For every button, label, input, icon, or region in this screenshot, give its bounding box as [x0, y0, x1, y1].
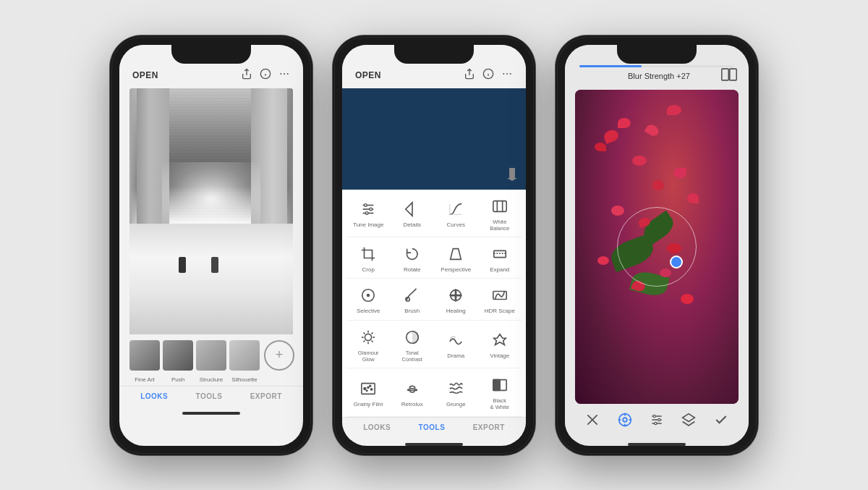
svg-point-50	[409, 386, 414, 389]
close-button-3[interactable]	[582, 410, 603, 430]
share-icon-2[interactable]	[464, 68, 475, 83]
thumb-3[interactable]	[196, 340, 226, 371]
svg-marker-20	[406, 203, 412, 216]
svg-point-46	[367, 386, 369, 388]
svg-line-39	[364, 333, 365, 334]
tool-label-selective: Selective	[357, 308, 380, 315]
tool-glamour-glow[interactable]: GlamourGlow	[346, 321, 391, 368]
thumb-1[interactable]	[129, 340, 160, 371]
svg-marker-26	[451, 248, 461, 259]
brush-icon	[402, 285, 422, 305]
thumb-label-1: Fine Art	[129, 376, 160, 383]
phone-3: Blur Strength +27	[556, 35, 758, 455]
notch-3	[617, 45, 697, 64]
tune-image-icon	[358, 199, 378, 219]
tool-rotate[interactable]: Rotate	[391, 237, 435, 279]
svg-point-45	[364, 387, 366, 389]
tool-perspective[interactable]: Perspective	[434, 237, 478, 279]
tab-looks-1[interactable]: LOOKS	[140, 392, 168, 400]
circle-overlay	[617, 207, 697, 287]
tool-details[interactable]: Details	[391, 190, 435, 237]
tab-tools-1[interactable]: TOOLS	[196, 392, 223, 400]
tab-looks-2[interactable]: LOOKS	[363, 423, 391, 431]
svg-point-72	[655, 422, 657, 424]
progress-bar	[579, 65, 734, 67]
notch-1	[171, 45, 251, 64]
thumb-labels: Fine Art Push Structure Silhouette	[119, 376, 303, 386]
phone2-main-image	[342, 88, 526, 190]
thumb-2[interactable]	[163, 340, 193, 371]
phone2-bottom-nav: LOOKS TOOLS EXPORT	[342, 417, 526, 440]
tool-healing[interactable]: Healing	[434, 279, 478, 321]
tool-grainy[interactable]: Grainy Film	[346, 368, 391, 416]
svg-point-47	[371, 388, 373, 389]
hdr-icon	[490, 285, 510, 305]
more-icon-2[interactable]	[501, 68, 513, 83]
progress-fill	[579, 65, 642, 67]
info-icon-2[interactable]	[482, 68, 494, 83]
tool-selective[interactable]: Selective	[346, 279, 391, 321]
tool-hdr[interactable]: HDR Scape	[478, 279, 522, 321]
wb-icon	[490, 196, 510, 216]
tab-export-2[interactable]: EXPORT	[473, 423, 505, 431]
tool-tonal[interactable]: TonalContrast	[391, 321, 435, 368]
svg-point-17	[365, 203, 367, 206]
open-button-1[interactable]: OPEN	[132, 70, 158, 80]
tool-white-balance[interactable]: WhiteBalance	[478, 190, 522, 237]
thumb-4[interactable]	[229, 340, 260, 371]
tab-export-1[interactable]: EXPORT	[250, 392, 282, 400]
tool-label-details: Details	[404, 221, 421, 229]
tool-label-hdr: HDR Scape	[485, 308, 515, 315]
compare-icon[interactable]	[721, 68, 737, 84]
open-button-2[interactable]: OPEN	[355, 70, 381, 80]
tool-drama[interactable]: Drama	[434, 321, 478, 368]
svg-point-70	[653, 415, 655, 417]
tool-expand[interactable]: Expand	[478, 237, 522, 279]
tool-label-grainy: Grainy Film	[354, 401, 383, 408]
layers-button-3[interactable]	[678, 410, 699, 430]
tool-label-drama: Drama	[447, 352, 464, 360]
add-look-button[interactable]: +	[264, 340, 294, 371]
tab-tools-2[interactable]: TOOLS	[419, 423, 446, 431]
svg-rect-12	[509, 168, 515, 178]
tool-label-glamour: GlamourGlow	[358, 350, 379, 363]
tool-label-curves: Curves	[447, 221, 465, 229]
confirm-button-3[interactable]	[711, 410, 731, 430]
circle-dot-handle[interactable]	[671, 257, 681, 267]
svg-point-53	[410, 390, 414, 392]
phone-1: OPEN	[110, 35, 312, 455]
tool-tune-image[interactable]: Tune Image	[346, 190, 391, 237]
home-indicator-1	[182, 412, 240, 415]
phone-2: OPEN	[333, 35, 535, 455]
svg-point-48	[367, 390, 367, 391]
svg-rect-55	[493, 380, 500, 391]
tools-grid: Tune Image Details	[342, 190, 526, 417]
thumb-label-4: Silhouette	[229, 376, 260, 383]
retrolux-icon	[402, 379, 422, 399]
phone3-bottom-tools	[565, 404, 749, 440]
tool-label-grunge: Grunge	[446, 401, 466, 408]
tool-label-vintage: Vintage	[490, 352, 509, 360]
tool-label-healing: Healing	[446, 308, 466, 315]
tool-crop[interactable]: Crop	[346, 237, 391, 279]
info-icon[interactable]	[260, 68, 271, 83]
selective-target-button[interactable]	[615, 410, 635, 430]
tool-retrolux[interactable]: Retrolux	[391, 368, 435, 416]
share-icon[interactable]	[241, 68, 252, 83]
tune-button-3[interactable]	[647, 410, 667, 430]
more-icon[interactable]	[278, 68, 290, 83]
tool-curves[interactable]: Curves	[434, 190, 478, 237]
home-indicator-2	[405, 443, 463, 446]
svg-point-52	[414, 389, 417, 391]
curves-icon	[446, 199, 466, 219]
tool-grunge[interactable]: Grunge	[434, 368, 478, 416]
thumb-label-2: Push	[163, 376, 193, 383]
phone2-header-icons	[464, 68, 513, 83]
svg-point-19	[366, 211, 369, 214]
svg-rect-57	[730, 69, 736, 80]
tool-bw[interactable]: Black& White	[478, 368, 522, 416]
tool-vintage[interactable]: Vintage	[478, 321, 522, 368]
tool-label-tonal: TonalContrast	[402, 350, 422, 363]
drama-icon	[446, 330, 466, 350]
tool-brush[interactable]: Brush	[391, 279, 435, 321]
